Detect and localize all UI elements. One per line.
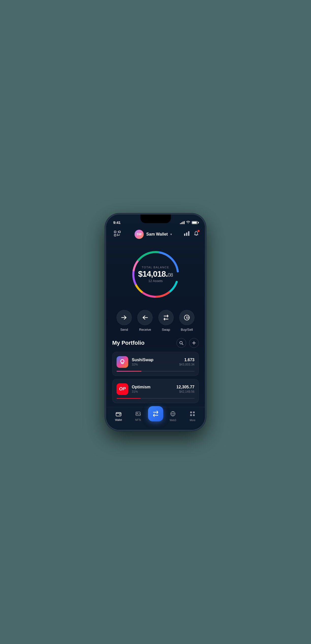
sushi-amount: 1.673 xyxy=(179,358,194,362)
avatar: SW xyxy=(135,230,144,239)
swap-label: Swap xyxy=(162,328,170,332)
asset-card-op[interactable]: OP Optimism 31% 12,305.77 $42,149.56 xyxy=(112,379,199,403)
balance-amount: $14,018.08 xyxy=(138,270,173,278)
bottom-nav: Wallet NFTs xyxy=(106,407,205,430)
wallet-selector[interactable]: SW Sam Wallet ▾ xyxy=(135,230,172,239)
svg-rect-2 xyxy=(114,234,116,236)
add-asset-button[interactable] xyxy=(189,338,199,348)
sushi-info: SushiSwap 32% xyxy=(132,358,176,366)
swap-center-button[interactable] xyxy=(148,406,163,421)
receive-label: Receive xyxy=(139,328,151,332)
chevron-down-icon: ▾ xyxy=(170,233,172,236)
nav-wallet[interactable]: Wallet xyxy=(109,411,128,421)
balance-chart: TOTAL BALANCE $14,018.08 12 Assets xyxy=(106,244,205,305)
portfolio-header: My Portfolio xyxy=(112,338,199,348)
phone-frame: 9:41 xyxy=(106,214,205,430)
svg-rect-40 xyxy=(193,411,195,413)
sushi-progress-bar xyxy=(117,371,194,372)
buysell-button[interactable]: $ Buy/Sell xyxy=(179,310,194,332)
sushi-values: 1.673 $43,003.34 xyxy=(179,358,194,366)
bell-icon xyxy=(194,232,199,237)
svg-text:$: $ xyxy=(186,316,188,319)
sushi-usd: $43,003.34 xyxy=(179,363,194,366)
wallet-nav-label: Wallet xyxy=(115,419,122,421)
more-nav-icon xyxy=(190,411,195,418)
op-usd: $42,149.56 xyxy=(176,390,194,393)
buysell-label: Buy/Sell xyxy=(181,328,193,332)
svg-rect-39 xyxy=(190,411,192,413)
notifications-button[interactable] xyxy=(194,231,199,238)
wallet-name: Sam Wallet xyxy=(146,232,168,237)
assets-count: 12 Assets xyxy=(148,279,162,283)
op-values: 12,305.77 $42,149.56 xyxy=(176,385,194,393)
asset-row: SushiSwap 32% 1.673 $43,003.34 xyxy=(117,356,194,368)
scan-button[interactable] xyxy=(112,229,122,239)
screen: 9:41 xyxy=(106,214,205,430)
svg-rect-42 xyxy=(193,414,195,416)
send-icon xyxy=(117,310,132,325)
receive-button[interactable]: Receive xyxy=(137,310,153,332)
portfolio-section: My Portfolio xyxy=(106,334,205,403)
op-pct: 31% xyxy=(132,390,173,393)
balance-label: TOTAL BALANCE xyxy=(142,266,169,269)
op-info: Optimism 31% xyxy=(132,385,173,393)
sushi-pct: 32% xyxy=(132,363,176,366)
nav-nfts[interactable]: NFTs xyxy=(128,411,148,421)
notch xyxy=(140,214,171,223)
nav-swap-center[interactable] xyxy=(148,411,163,421)
sushi-name: SushiSwap xyxy=(132,358,176,362)
op-progress-bar xyxy=(117,398,194,399)
svg-rect-31 xyxy=(119,414,120,415)
svg-rect-1 xyxy=(119,231,120,233)
sushi-progress-fill xyxy=(117,371,141,372)
svg-rect-0 xyxy=(114,231,116,233)
scan-icon xyxy=(114,231,121,238)
nav-more[interactable]: More xyxy=(183,411,202,422)
send-label: Send xyxy=(120,328,128,332)
portfolio-actions xyxy=(176,338,199,348)
chart-button[interactable] xyxy=(184,231,190,237)
status-icons xyxy=(180,221,198,224)
battery-icon xyxy=(192,221,198,224)
header-right xyxy=(184,231,199,238)
wifi-icon xyxy=(186,221,190,224)
more-nav-label: More xyxy=(190,419,195,422)
op-icon: OP xyxy=(117,383,128,395)
op-progress-fill xyxy=(117,398,141,399)
portfolio-title: My Portfolio xyxy=(112,340,144,346)
swap-icon xyxy=(158,310,174,325)
swap-button[interactable]: Swap xyxy=(158,310,174,332)
svg-point-29 xyxy=(121,360,124,362)
receive-icon xyxy=(137,310,153,325)
op-amount: 12,305.77 xyxy=(176,385,194,389)
action-buttons: Send Receive xyxy=(106,305,205,334)
asset-card-sushi[interactable]: SushiSwap 32% 1.673 $43,003.34 xyxy=(112,352,199,376)
svg-rect-30 xyxy=(116,412,121,416)
svg-rect-7 xyxy=(184,234,185,236)
send-button[interactable]: Send xyxy=(117,310,132,332)
buysell-icon: $ xyxy=(179,310,194,325)
web3-nav-icon xyxy=(170,411,176,418)
nav-web3[interactable]: Web3 xyxy=(163,411,183,422)
search-button[interactable] xyxy=(176,338,186,348)
wallet-nav-icon xyxy=(116,411,121,418)
svg-rect-9 xyxy=(188,231,189,236)
nfts-nav-label: NFTs xyxy=(135,419,141,421)
op-name: Optimism xyxy=(132,385,173,389)
app-header: SW Sam Wallet ▾ xyxy=(106,227,205,241)
svg-rect-8 xyxy=(186,233,187,236)
sushi-icon xyxy=(117,356,128,368)
notification-badge xyxy=(197,230,200,232)
donut-center: TOTAL BALANCE $14,018.08 12 Assets xyxy=(138,266,173,283)
status-time: 9:41 xyxy=(113,220,121,225)
svg-rect-41 xyxy=(190,414,192,416)
svg-line-25 xyxy=(182,344,183,345)
web3-nav-label: Web3 xyxy=(170,419,176,422)
nfts-nav-icon xyxy=(135,411,141,418)
asset-row-op: OP Optimism 31% 12,305.77 $42,149.56 xyxy=(117,383,194,395)
signal-icon xyxy=(180,221,185,224)
